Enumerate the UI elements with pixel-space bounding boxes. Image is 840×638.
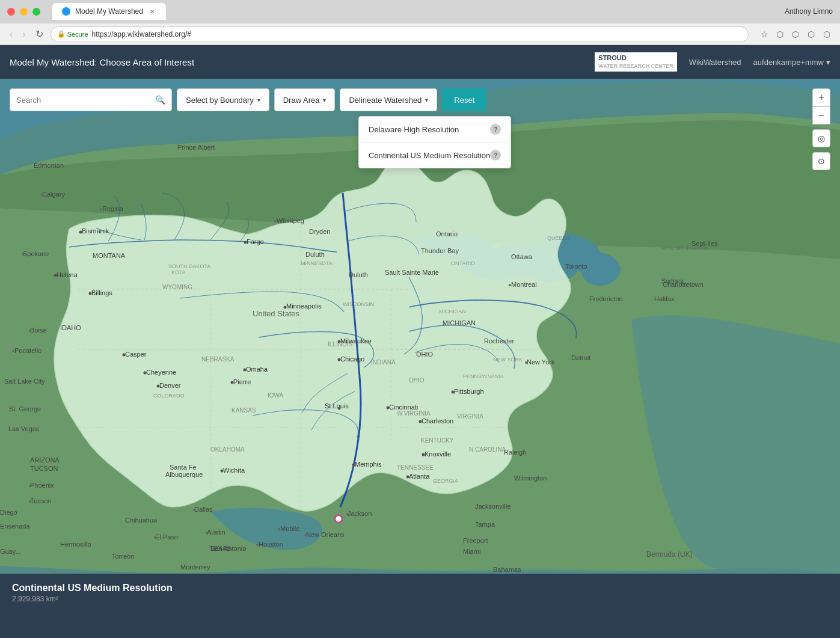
svg-point-41 <box>221 470 224 473</box>
username-label: aufdenkampe+mmw <box>753 58 824 67</box>
svg-text:Cheyenne: Cheyenne <box>146 369 176 376</box>
search-icon: 🔍 <box>155 95 165 105</box>
svg-text:KANSAS: KANSAS <box>231 407 256 414</box>
search-box[interactable]: 🔍 <box>10 88 172 111</box>
zoom-out-button[interactable]: − <box>812 106 830 124</box>
svg-text:Tampa: Tampa <box>475 521 495 528</box>
svg-text:OHIO: OHIO <box>409 377 425 384</box>
tab-title: Model My Watershed <box>75 7 143 16</box>
draw-area-caret-icon: ▾ <box>323 97 326 103</box>
svg-text:IOWA: IOWA <box>268 392 284 399</box>
svg-point-33 <box>452 391 455 394</box>
svg-text:MINNESOTA: MINNESOTA <box>301 260 333 266</box>
svg-point-62 <box>525 361 527 364</box>
svg-text:N.CAROLINA: N.CAROLINA <box>469 446 506 453</box>
svg-point-99 <box>12 350 14 352</box>
svg-text:Calgary: Calgary <box>42 191 65 198</box>
svg-text:St.Louis: St.Louis <box>325 402 349 409</box>
svg-text:El Paso: El Paso <box>155 533 178 541</box>
bookmark-button[interactable]: ⊙ <box>812 152 830 170</box>
draw-area-button[interactable]: Draw Area ▾ <box>274 88 336 111</box>
reload-button[interactable]: ↻ <box>33 27 46 41</box>
svg-point-39 <box>422 453 425 456</box>
svg-text:Montreal: Montreal <box>511 281 537 288</box>
svg-text:Wilmington: Wilmington <box>514 474 547 482</box>
svg-text:Bismarck: Bismarck <box>82 227 109 235</box>
browser-titlebar: Model My Watershed ✕ Anthony Limno <box>0 0 840 23</box>
svg-point-112 <box>29 500 31 503</box>
app-header-right: STROUD WATER RESEARCH CENTER WikiWatersh… <box>595 52 830 72</box>
info-icon-delaware[interactable]: ? <box>490 124 501 135</box>
svg-text:Pocatello: Pocatello <box>14 347 41 354</box>
draw-area-label: Draw Area <box>283 96 320 105</box>
extension4-icon[interactable]: ⬡ <box>821 28 833 40</box>
svg-text:KENTUCKY: KENTUCKY <box>421 437 454 444</box>
svg-point-110 <box>29 485 31 487</box>
svg-text:Torreón: Torreón <box>112 553 134 560</box>
extension-icon[interactable]: ⬡ <box>774 28 786 40</box>
map-container[interactable]: United States WYOMING NEBRASKA IOWA ILLI… <box>0 79 840 574</box>
svg-text:Fargo: Fargo <box>247 238 264 245</box>
svg-text:KOTA: KOTA <box>171 269 186 275</box>
browser-tab[interactable]: Model My Watershed ✕ <box>52 3 166 20</box>
status-title: Continental US Medium Resolution <box>12 583 828 594</box>
browser-user: Anthony Limno <box>785 7 833 16</box>
svg-text:TUCSON: TUCSON <box>30 465 58 472</box>
svg-text:Diego: Diego <box>0 509 17 516</box>
svg-text:ARIZONA: ARIZONA <box>30 456 60 464</box>
search-input[interactable] <box>16 96 150 105</box>
address-bar[interactable]: 🔒 Secure https://app.wikiwatershed.org/# <box>51 26 749 42</box>
extension3-icon[interactable]: ⬡ <box>805 28 817 40</box>
minimize-button[interactable] <box>20 8 28 16</box>
forward-button[interactable]: › <box>20 28 28 41</box>
svg-text:Prince Albert: Prince Albert <box>177 144 215 151</box>
svg-text:Albuquerque: Albuquerque <box>165 471 203 478</box>
svg-text:Casper: Casper <box>125 351 147 358</box>
info-icon-continental[interactable]: ? <box>490 150 501 161</box>
bookmark-star-icon[interactable]: ☆ <box>758 28 770 40</box>
user-menu[interactable]: aufdenkampe+mmw ▾ <box>753 58 830 67</box>
dropdown-item-continental[interactable]: Continental US Medium Resolution ? <box>359 143 510 168</box>
svg-text:Regina: Regina <box>102 205 124 212</box>
close-button[interactable] <box>7 8 15 16</box>
svg-text:Helena: Helena <box>57 271 78 278</box>
svg-text:Milwaukee: Milwaukee <box>340 337 372 345</box>
zoom-in-button[interactable]: + <box>812 88 830 106</box>
user-caret-icon: ▾ <box>826 58 830 67</box>
reset-button[interactable]: Reset <box>442 88 486 111</box>
svg-text:SOUTH DAKOTA: SOUTH DAKOTA <box>168 263 210 269</box>
svg-text:Hermosillo: Hermosillo <box>60 541 91 548</box>
locate-button[interactable]: ◎ <box>812 129 830 147</box>
delineate-watershed-button[interactable]: Delineate Watershed ▾ <box>340 88 437 111</box>
dropdown-item-delaware[interactable]: Delaware High Resolution ? <box>359 117 510 143</box>
svg-point-90 <box>274 220 277 222</box>
svg-text:Ottawa: Ottawa <box>511 253 533 260</box>
wiki-watershed-link[interactable]: WikiWatershed <box>689 58 741 67</box>
svg-point-25 <box>338 358 341 361</box>
svg-point-23 <box>338 340 341 343</box>
svg-text:Sydney: Sydney <box>661 277 684 284</box>
svg-point-104 <box>17 428 19 431</box>
svg-point-57 <box>509 284 511 286</box>
back-button[interactable]: ‹ <box>7 28 15 41</box>
status-bar: Continental US Medium Resolution 2,929,9… <box>0 574 840 612</box>
svg-text:Denver: Denver <box>159 382 181 389</box>
select-boundary-caret-icon: ▾ <box>257 97 260 103</box>
extension2-icon[interactable]: ⬡ <box>789 28 802 40</box>
svg-text:MICHIGAN: MICHIGAN <box>439 308 466 314</box>
tab-close-button[interactable]: ✕ <box>148 7 156 16</box>
svg-text:QUEBEC: QUEBEC <box>547 235 571 241</box>
stroud-logo: STROUD WATER RESEARCH CENTER <box>595 52 676 72</box>
maximize-button[interactable] <box>32 8 40 16</box>
svg-point-51 <box>144 372 147 375</box>
status-subtitle: 2,929,983 km² <box>12 595 828 603</box>
svg-text:TENNESSEE: TENNESSEE <box>397 464 434 471</box>
svg-text:Fredericton: Fredericton <box>589 295 623 302</box>
svg-point-29 <box>387 406 390 409</box>
svg-text:Dallas: Dallas <box>194 506 213 513</box>
svg-point-31 <box>419 420 422 423</box>
select-boundary-button[interactable]: Select by Boundary ▾ <box>177 88 269 111</box>
browser-addressbar: ‹ › ↻ 🔒 Secure https://app.wikiwatershed… <box>0 23 840 44</box>
svg-text:VIRGINIA: VIRGINIA <box>457 413 483 420</box>
tab-favicon <box>62 7 70 16</box>
